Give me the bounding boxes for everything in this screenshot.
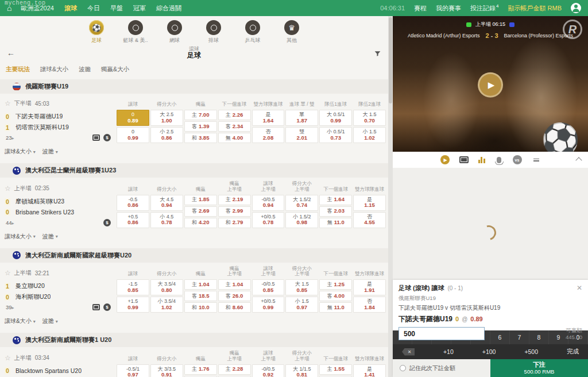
odds-cell[interactable]: 否2.08 <box>252 127 285 143</box>
nav-right-item[interactable]: 投注記錄4 <box>470 4 498 13</box>
odds-cell[interactable]: 小 1.5/20.98 <box>285 212 318 228</box>
odds-cell[interactable]: 小 1.51.02 <box>353 127 386 143</box>
odds-cell[interactable]: 和8.60 <box>218 302 251 313</box>
odds-cell[interactable]: 無11.0 <box>319 302 352 313</box>
odds-cell[interactable]: 主7.00 <box>184 110 217 120</box>
odds-cell[interactable]: +0.50.86 <box>117 212 149 228</box>
head-to-head-icon[interactable]: vs <box>513 155 522 164</box>
odds-cell[interactable]: 否1.84 <box>353 297 386 313</box>
odds-cell[interactable]: 大 2.51.00 <box>150 110 183 126</box>
league-header[interactable]: 澳大利亞昆士蘭州超級聯賽1U23 <box>0 163 388 178</box>
odds-cell[interactable]: 客18.5 <box>184 291 217 301</box>
odds-cell[interactable]: 客1.39 <box>184 121 217 132</box>
odds-cell[interactable]: -1.50.85 <box>117 279 149 295</box>
odds-cell[interactable]: 大 1.50.70 <box>353 110 386 126</box>
odds-cell[interactable]: +0/0.50.78 <box>252 212 285 228</box>
odds-cell[interactable]: 大 3.5/40.80 <box>150 279 183 295</box>
nav-item[interactable]: 早盤 <box>110 4 123 13</box>
betslip-close-icon[interactable]: ✕ <box>577 284 582 292</box>
odds-cell[interactable]: 大 1.5/20.74 <box>285 195 318 211</box>
odds-cell[interactable]: 是1.91 <box>353 279 386 295</box>
market-tab[interactable]: 獨贏&大小 <box>101 66 129 74</box>
odds-cell[interactable]: 客4.00 <box>319 291 352 301</box>
pitch-view-icon[interactable] <box>459 156 469 163</box>
odds-cell[interactable]: 雙2.01 <box>285 127 318 143</box>
odds-cell[interactable]: 客2.99 <box>218 206 251 217</box>
odds-cell[interactable]: 無11.0 <box>319 218 352 228</box>
video-play-button[interactable]: ▶ <box>478 72 503 98</box>
sport-tab[interactable]: 乒乓球 <box>239 20 266 44</box>
odds-cell[interactable]: -0/0.50.94 <box>252 195 285 211</box>
market-tab[interactable]: 主要玩法 <box>6 66 30 74</box>
odds-cell[interactable]: 小 3.5/41.02 <box>150 297 183 313</box>
more-markets-link[interactable]: 44▸ <box>6 220 14 226</box>
odds-cell[interactable]: 主2.26 <box>218 110 251 120</box>
sport-tab[interactable]: 排球 <box>200 20 227 44</box>
odds-cell[interactable]: 和2.79 <box>218 218 251 228</box>
odds-cell[interactable]: +1.50.99 <box>117 297 149 313</box>
market-filter-dropdown[interactable]: 讓球&大小 ▾ <box>5 233 36 241</box>
scrollbar-track[interactable] <box>388 16 393 377</box>
odds-cell[interactable]: 大 4.50.94 <box>150 195 183 211</box>
odds-cell[interactable]: +0/0.50.99 <box>252 297 285 313</box>
nav-item[interactable]: 今日 <box>87 4 100 13</box>
market-filter-dropdown[interactable]: 讓球&大小 ▾ <box>5 148 36 156</box>
cashout-icon[interactable]: $ <box>103 219 111 226</box>
odds-cell[interactable]: 主1.04 <box>218 279 251 290</box>
odds-cell[interactable]: 主1.25 <box>319 279 352 290</box>
nav-right-item[interactable]: 我的賽事 <box>436 4 461 13</box>
nav-right-item[interactable]: 賽程 <box>414 4 427 13</box>
keypad-done-button[interactable]: 完成 <box>567 348 579 356</box>
nav-item[interactable]: 滾球 <box>64 4 77 13</box>
play-stream-icon[interactable]: ▶ <box>440 155 450 164</box>
sport-tab[interactable]: 網球 <box>161 20 188 44</box>
favorite-star-icon[interactable]: ☆ <box>5 355 11 361</box>
odds-cell[interactable]: 小 4.50.78 <box>150 212 183 228</box>
odds-cell[interactable]: -0/0.50.85 <box>252 279 285 295</box>
odds-cell[interactable]: 單1.87 <box>285 110 318 126</box>
league-header[interactable]: 俄羅斯聯賽U19 <box>0 79 388 94</box>
sport-tab[interactable]: ♛其他 <box>278 20 305 44</box>
odds-cell[interactable]: 客2.69 <box>184 206 217 217</box>
odds-cell[interactable]: 大 1.50.85 <box>285 279 318 295</box>
commentary-mic-icon[interactable] <box>497 157 501 163</box>
place-bet-button[interactable]: 下注 500.00 RMB <box>490 359 588 377</box>
more-markets-link[interactable]: 23▸ <box>6 134 14 141</box>
odds-cell[interactable]: 客2.34 <box>218 121 251 132</box>
odds-cell[interactable]: 小 2.50.86 <box>150 127 183 143</box>
odds-cell[interactable]: 大 1/1.50.81 <box>285 364 318 377</box>
remember-stake-toggle[interactable]: 記住此次下註金額 <box>393 359 490 377</box>
nav-right-item[interactable]: 顯示帳戶金額 RMB <box>508 4 562 13</box>
odds-cell[interactable]: 大 0.5/10.99 <box>319 110 352 126</box>
odds-cell[interactable]: 00.99 <box>117 127 149 143</box>
more-markets-link[interactable]: 39▸ <box>6 304 14 310</box>
market-filter-dropdown[interactable]: 波膽 ▾ <box>42 233 58 241</box>
backspace-key[interactable]: ✕ <box>402 348 415 356</box>
cashout-icon[interactable]: $ <box>103 134 111 141</box>
odds-cell[interactable]: 大 3/3.50.91 <box>150 364 183 377</box>
scrollbar-thumb[interactable] <box>389 17 392 103</box>
league-header[interactable]: 澳大利亞新南威爾斯聯賽1 U20 <box>0 333 388 347</box>
quick-add-button[interactable]: +100 <box>482 348 496 355</box>
market-filter-dropdown[interactable]: 讓球&大小 ▾ <box>5 317 36 325</box>
lineup-list-icon[interactable] <box>532 156 541 164</box>
sport-tab[interactable]: ⚽足球 <box>83 20 110 44</box>
collapse-chevron-icon[interactable] <box>575 157 582 163</box>
filter-icon[interactable] <box>374 49 381 60</box>
quick-add-button[interactable]: +500 <box>524 348 538 355</box>
market-tab[interactable]: 波膽 <box>79 66 91 74</box>
sport-tab[interactable]: 籃球 & 美.. <box>122 20 149 44</box>
market-tab[interactable]: 讓球&大小 <box>40 66 68 74</box>
odds-cell[interactable]: 小 1.50.97 <box>285 297 318 313</box>
market-filter-dropdown[interactable]: 波膽 ▾ <box>42 148 58 156</box>
stake-input[interactable] <box>399 327 485 340</box>
odds-cell[interactable]: -0.50.86 <box>117 195 149 211</box>
odds-cell[interactable]: 和4.20 <box>184 218 217 228</box>
pitch-tracker-icon[interactable] <box>92 304 100 310</box>
odds-cell[interactable]: 主1.64 <box>319 195 352 205</box>
odds-cell[interactable]: 無4.00 <box>218 133 251 143</box>
user-avatar[interactable] <box>571 3 581 13</box>
odds-cell[interactable]: 是1.15 <box>353 195 386 211</box>
league-header[interactable]: 澳大利亞新南威爾斯國家超級聯賽U20 <box>0 248 388 263</box>
favorite-star-icon[interactable]: ☆ <box>5 270 11 276</box>
